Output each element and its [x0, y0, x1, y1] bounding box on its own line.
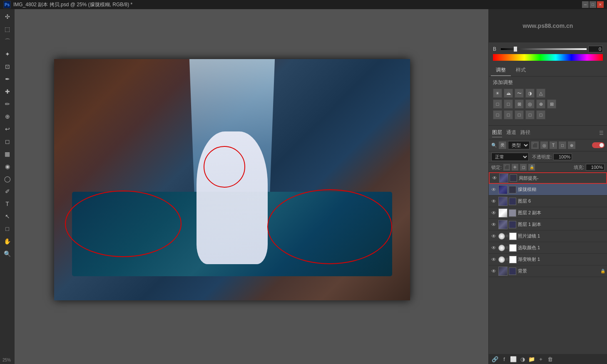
- adj-gradient-map[interactable]: □: [525, 110, 535, 119]
- tool-lasso[interactable]: ⌒: [2, 36, 13, 47]
- delete-layer-button[interactable]: 🗑: [546, 355, 554, 363]
- tool-crop[interactable]: ⊡: [2, 61, 13, 72]
- adj-exposure[interactable]: ◑: [525, 89, 535, 98]
- adj-curves[interactable]: 〜: [515, 89, 524, 98]
- filter-toggle[interactable]: [592, 142, 605, 148]
- tool-move[interactable]: ✣: [2, 11, 13, 22]
- tool-clone[interactable]: ⊕: [2, 111, 13, 122]
- adj-posterize[interactable]: □: [504, 110, 513, 119]
- new-layer-button[interactable]: +: [537, 355, 545, 363]
- adj-vibrance[interactable]: △: [536, 89, 545, 98]
- adj-bw[interactable]: ⊞: [515, 99, 524, 109]
- tool-eraser[interactable]: ◻: [2, 136, 13, 147]
- layer-visibility-icon[interactable]: 👁: [490, 198, 497, 205]
- tool-shape[interactable]: □: [2, 223, 13, 235]
- filter-pixel-icon[interactable]: ⬛: [531, 141, 539, 149]
- lock-all-icon[interactable]: 🔒: [528, 164, 535, 171]
- tool-gradient[interactable]: ▦: [2, 148, 13, 160]
- adj-invert[interactable]: □: [493, 110, 502, 119]
- layer-visibility-icon[interactable]: 👁: [490, 186, 497, 193]
- filter-type-select[interactable]: 类型: [508, 141, 530, 149]
- layer-mask-thumbnail: [509, 198, 516, 205]
- tab-channels[interactable]: 通道: [506, 129, 516, 137]
- filter-smart-icon[interactable]: ⊕: [568, 141, 575, 149]
- panel-menu-icon[interactable]: ☰: [599, 130, 604, 136]
- b-value-input[interactable]: 0: [588, 46, 603, 52]
- layer-name: 背景: [518, 268, 600, 274]
- tool-zoom[interactable]: 🔍: [2, 248, 13, 260]
- layer-visibility-icon[interactable]: 👁: [490, 256, 497, 263]
- layer-name: 图层 1 副本: [518, 221, 605, 228]
- layer-visibility-icon[interactable]: 👁: [490, 221, 497, 228]
- lock-position-icon[interactable]: ✛: [512, 164, 518, 171]
- layer-item[interactable]: 👁 背景 🔒: [489, 265, 607, 277]
- layer-visibility-icon[interactable]: 👁: [490, 233, 497, 240]
- tool-hand[interactable]: ✋: [2, 235, 13, 247]
- tool-text[interactable]: T: [2, 198, 13, 210]
- tab-paths[interactable]: 路径: [520, 129, 530, 137]
- tool-blur[interactable]: ◉: [2, 161, 13, 172]
- b-slider-track[interactable]: [501, 48, 587, 50]
- tool-path-select[interactable]: ↖: [2, 210, 13, 222]
- adj-levels[interactable]: ⛰: [504, 89, 513, 98]
- b-slider-thumb[interactable]: [514, 47, 517, 52]
- adj-brightness-contrast[interactable]: ☀: [493, 89, 502, 98]
- layer-item[interactable]: 👁 图层 1 副本: [489, 219, 607, 230]
- adj-channel-mixer[interactable]: ⊕: [536, 99, 545, 109]
- lock-artboard-icon[interactable]: ◻: [520, 164, 527, 171]
- lock-pixels-icon[interactable]: ⬛: [503, 164, 510, 171]
- tool-magic-wand[interactable]: ✦: [2, 48, 13, 60]
- maximize-button[interactable]: □: [590, 1, 596, 8]
- tab-layers[interactable]: 图层: [492, 129, 502, 137]
- adj-icons-row-3: □ □ □ □ □: [493, 110, 603, 119]
- filter-text-icon[interactable]: T: [550, 141, 557, 149]
- fill-input[interactable]: 100%: [586, 164, 605, 171]
- filter-shape-icon[interactable]: □: [559, 141, 566, 149]
- tool-heal[interactable]: ✚: [2, 86, 13, 97]
- titlebar: Ps IMG_4802 副本 拷贝.psd @ 25% (朦胧模糊, RGB/8…: [0, 0, 607, 9]
- close-button[interactable]: ✕: [597, 1, 604, 8]
- new-group-button[interactable]: 📁: [528, 355, 535, 363]
- adj-selective-color[interactable]: □: [536, 110, 545, 119]
- tool-history[interactable]: ↩: [2, 123, 13, 135]
- filter-adjust-icon[interactable]: ◎: [540, 141, 548, 149]
- link-layers-button[interactable]: 🔗: [491, 355, 499, 363]
- tool-eyedropper[interactable]: ✒: [2, 73, 13, 85]
- layer-thumbnail: [498, 197, 507, 206]
- layer-item[interactable]: 👁 ⛓ 选取颜色 1: [489, 242, 607, 254]
- layer-item[interactable]: 👁 局部提亮-: [489, 172, 607, 184]
- blend-mode-select[interactable]: 正常: [491, 153, 529, 161]
- spectrum-bar[interactable]: [493, 54, 603, 61]
- layer-item[interactable]: 👁 ⛓ 渐变映射 1: [489, 254, 607, 265]
- add-style-button[interactable]: f: [500, 355, 508, 363]
- layer-item[interactable]: 👁 图层 2 副本: [489, 207, 607, 219]
- adj-photo-filter[interactable]: ◎: [525, 99, 535, 109]
- tool-select-rect[interactable]: ⬚: [2, 23, 13, 35]
- adj-color-balance[interactable]: □: [504, 99, 513, 109]
- layer-item[interactable]: 👁 朦胧模糊: [489, 184, 607, 196]
- search-icon: 🔍: [491, 143, 497, 148]
- add-mask-button[interactable]: ⬜: [510, 355, 517, 363]
- layer-item[interactable]: 👁 图层 6: [489, 196, 607, 207]
- tab-styles[interactable]: 样式: [511, 65, 531, 76]
- layer-visibility-icon[interactable]: 👁: [490, 210, 497, 216]
- layer-mask-thumbnail: [509, 186, 516, 193]
- layer-visibility-icon[interactable]: 👁: [490, 268, 497, 275]
- mask-thumbnail: [509, 244, 517, 252]
- layer-item[interactable]: 👁 ⛓ 照片滤镜 1: [489, 230, 607, 242]
- tab-adjustments[interactable]: 调整: [491, 65, 511, 76]
- tool-pen[interactable]: ✐: [2, 186, 13, 197]
- adj-threshold[interactable]: □: [515, 110, 524, 119]
- new-adjustment-button[interactable]: ◑: [519, 355, 526, 363]
- layer-visibility-icon[interactable]: 👁: [491, 175, 498, 181]
- layer-mask-thumbnail: [509, 267, 516, 275]
- tool-dodge[interactable]: ◯: [2, 173, 13, 185]
- adj-color-lookup[interactable]: ⊞: [547, 99, 556, 109]
- tool-brush[interactable]: ✏: [2, 98, 13, 110]
- opacity-input[interactable]: 100%: [553, 154, 572, 160]
- layer-visibility-icon[interactable]: 👁: [490, 245, 497, 251]
- minimize-button[interactable]: ─: [582, 1, 589, 8]
- adj-hsl[interactable]: □: [493, 99, 502, 109]
- b-channel-label: B: [493, 46, 499, 52]
- adjustment-icon: [498, 233, 505, 240]
